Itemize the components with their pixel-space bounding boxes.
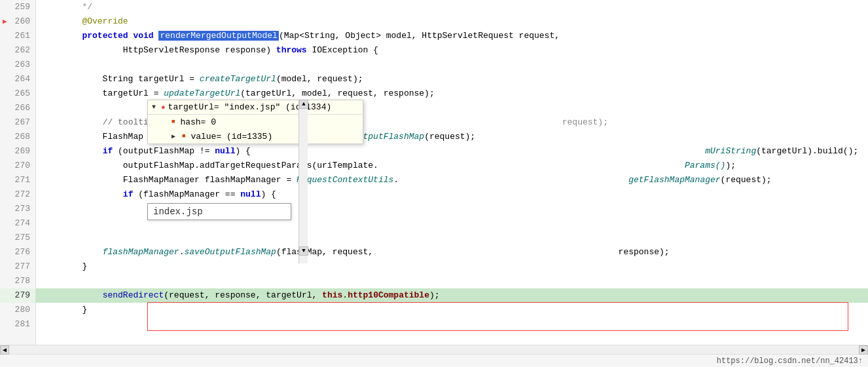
h-scroll-right[interactable]: ▶ bbox=[859, 345, 868, 355]
code-line-275 bbox=[36, 231, 868, 245]
code-line-278 bbox=[36, 274, 868, 288]
tooltip-hash-text: hash= 0 bbox=[180, 117, 216, 127]
line-num-274: 274 bbox=[0, 216, 35, 231]
status-url: https://blog.csdn.net/nn_42413↑ bbox=[717, 357, 863, 366]
h-scroll-left[interactable]: ◀ bbox=[0, 345, 9, 355]
line-num-263: 263 bbox=[0, 58, 35, 72]
value-popup-text: index.jsp bbox=[153, 206, 203, 217]
line-num-264: 264 bbox=[0, 72, 35, 87]
debug-tooltip: ▼ ● targetUrl= "index.jsp" (id=1334) ■ h… bbox=[147, 100, 363, 144]
tooltip-row-hash: ■ hash= 0 bbox=[148, 115, 363, 129]
line-num-261: 261 bbox=[0, 29, 35, 43]
code-line-276: flashMapManager.saveOutputFlashMap(flash… bbox=[36, 245, 868, 260]
line-num-271: 271 bbox=[0, 173, 35, 187]
line-num-269: 269 bbox=[0, 144, 35, 159]
code-line-277: } bbox=[36, 260, 868, 274]
code-area: 259 260 261 262 263 264 265 266 267 268 … bbox=[0, 0, 868, 345]
tooltip-row-value: ▶ ■ value= (id=1335) bbox=[148, 129, 363, 144]
line-num-278: 278 bbox=[0, 274, 35, 288]
tooltip-value-text: value= (id=1335) bbox=[190, 132, 272, 142]
line-num-275: 275 bbox=[0, 231, 35, 245]
line-num-280: 280 bbox=[0, 303, 35, 317]
h-scroll-track bbox=[9, 345, 859, 354]
line-num-259: 259 bbox=[0, 0, 35, 14]
line-num-266: 266 bbox=[0, 101, 35, 115]
tooltip-vscroll[interactable]: ▲ ▼ bbox=[298, 100, 308, 263]
line-num-272: 272 bbox=[0, 187, 35, 202]
tooltip-header: ▼ ● targetUrl= "index.jsp" (id=1334) bbox=[148, 100, 363, 115]
line-num-273: 273 bbox=[0, 202, 35, 216]
code-line-264: String targetUrl = createTargetUrl(model… bbox=[36, 72, 868, 87]
tooltip-obj-icon: ● bbox=[161, 104, 166, 111]
code-line-269: if (outputFlashMap != null) { mUriString… bbox=[36, 144, 868, 159]
line-num-277: 277 bbox=[0, 260, 35, 274]
code-content: */ @Override protected void renderMerged… bbox=[36, 0, 868, 345]
hash-icon: ■ bbox=[172, 119, 175, 125]
code-line-272: if (flashMapManager == null) { bbox=[36, 187, 868, 202]
code-line-259: */ bbox=[36, 0, 868, 14]
code-line-279: sendRedirect(request, response, targetUr… bbox=[36, 288, 868, 303]
code-line-262: HttpServletResponse response) throws IOE… bbox=[36, 43, 868, 58]
collapse-icon[interactable]: ▼ bbox=[152, 104, 158, 111]
line-num-279: 279 bbox=[0, 288, 35, 303]
line-num-268: 268 bbox=[0, 130, 35, 144]
scroll-down-btn[interactable]: ▼ bbox=[299, 246, 308, 256]
code-line-260: @Override bbox=[36, 14, 868, 29]
line-num-281: 281 bbox=[0, 317, 35, 332]
code-line-261: protected void renderMergedOutputModel(M… bbox=[36, 29, 868, 43]
line-num-267: 267 bbox=[0, 115, 35, 130]
code-line-263 bbox=[36, 58, 868, 72]
status-bar: https://blog.csdn.net/nn_42413↑ bbox=[0, 354, 868, 367]
scroll-track bbox=[299, 109, 308, 246]
code-line-271: FlashMapManager flashMapManager = Reques… bbox=[36, 173, 868, 187]
line-num-276: 276 bbox=[0, 245, 35, 260]
line-num-265: 265 bbox=[0, 87, 35, 101]
code-line-265: targetUrl = updateTargetUrl(targetUrl, m… bbox=[36, 87, 868, 101]
code-line-270: outputFlashMap.addTargetRequestParams(ur… bbox=[36, 159, 868, 173]
value-icon: ■ bbox=[182, 133, 185, 140]
line-num-262: 262 bbox=[0, 43, 35, 58]
h-scrollbar: ◀ ▶ bbox=[0, 345, 868, 354]
scroll-up-btn[interactable]: ▲ bbox=[299, 100, 308, 109]
method-highlight: renderMergedOutputModel bbox=[158, 31, 278, 41]
code-line-281 bbox=[36, 317, 868, 332]
line-num-270: 270 bbox=[0, 159, 35, 173]
code-line-280: } bbox=[36, 303, 868, 317]
line-num-260: 260 bbox=[0, 14, 35, 29]
code-editor: 259 260 261 262 263 264 265 266 267 268 … bbox=[0, 0, 868, 367]
value-popup: index.jsp bbox=[147, 203, 291, 220]
line-numbers: 259 260 261 262 263 264 265 266 267 268 … bbox=[0, 0, 36, 345]
expand-value-icon[interactable]: ▶ bbox=[172, 132, 178, 140]
